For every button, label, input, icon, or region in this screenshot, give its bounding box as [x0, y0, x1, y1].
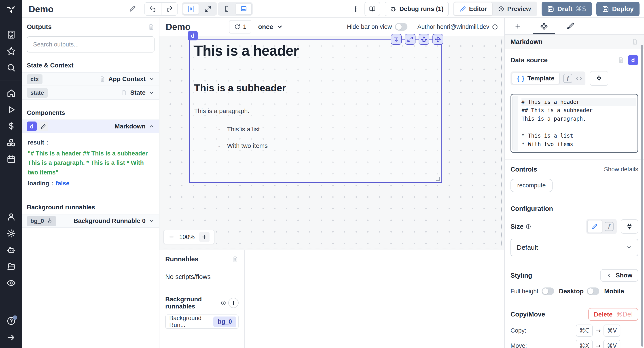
tab-styling[interactable] — [557, 18, 583, 34]
sidebar-expand-button[interactable] — [6, 333, 16, 342]
sidebar-item-users[interactable] — [6, 212, 16, 222]
tab-editor[interactable]: Editor — [454, 2, 492, 15]
sidebar-item-favorites[interactable] — [6, 46, 16, 56]
redo-button[interactable] — [161, 3, 177, 15]
function-mode-button[interactable]: f — [563, 74, 572, 83]
runnables-log-icon[interactable] — [232, 256, 238, 263]
size-function-mode-button[interactable]: f — [605, 222, 614, 231]
author-info-icon[interactable] — [492, 24, 498, 30]
nav-sidebar — [0, 18, 22, 348]
search-outputs-input[interactable] — [33, 41, 148, 48]
template-code-editor[interactable]: # This is a header ## This is a subheade… — [510, 94, 638, 153]
template-mode-button[interactable]: { } Template — [512, 73, 560, 84]
windmill-logo[interactable] — [0, 0, 22, 18]
tab-insert-component[interactable] — [505, 18, 531, 34]
device-toggle-group — [218, 2, 253, 16]
refresh-mode-chevron-icon[interactable] — [276, 23, 283, 30]
chevron-down-icon[interactable] — [149, 90, 154, 96]
draft-button[interactable]: Draft ⌘S — [542, 2, 592, 16]
hide-bar-toggle[interactable] — [395, 23, 408, 31]
minus-icon — [168, 234, 175, 240]
mobile-view-button[interactable] — [219, 3, 235, 15]
sidebar-item-audit[interactable] — [6, 278, 16, 288]
bg0-row[interactable]: bg_0 Background Runnable 0 — [22, 214, 159, 228]
recompute-button[interactable]: recompute — [510, 179, 552, 192]
sidebar-item-variables[interactable] — [6, 122, 16, 131]
refresh-mode-label[interactable]: once — [258, 23, 273, 31]
undo-button[interactable] — [145, 3, 161, 15]
sidebar-item-home[interactable] — [6, 88, 16, 98]
sidebar-item-resources[interactable] — [6, 138, 16, 148]
sidebar-item-runs[interactable] — [6, 105, 16, 114]
sidebar-item-search[interactable] — [6, 63, 16, 72]
code-line[interactable]: This is a paragraph. — [522, 115, 636, 123]
markdown-component[interactable]: d This is a header This is a subheader T… — [189, 39, 442, 183]
code-line[interactable] — [522, 123, 636, 132]
app-canvas[interactable]: d This is a header This is a subheader T… — [160, 36, 504, 250]
code-line[interactable]: ## This is a subheader — [522, 106, 636, 115]
component-d-row[interactable]: d Markdown — [22, 120, 159, 133]
deploy-label: Deploy — [612, 5, 634, 13]
ctx-log-icon[interactable] — [99, 76, 105, 82]
inspector-body: Data source d { } Template f — [505, 49, 644, 348]
desktop-view-button[interactable] — [236, 3, 252, 15]
sidebar-item-workers[interactable] — [6, 245, 16, 255]
state-row[interactable]: state State — [22, 86, 159, 100]
component-tag-badge[interactable]: d — [188, 31, 198, 40]
deploy-button[interactable]: Deploy — [596, 2, 640, 16]
component-log-icon[interactable] — [632, 38, 638, 45]
sidebar-item-workspace[interactable] — [6, 30, 16, 39]
size-mode-toggle: f — [586, 219, 617, 234]
centered-layout-button[interactable] — [183, 3, 199, 15]
expand-layout-button[interactable] — [200, 3, 216, 15]
sidebar-item-schedules[interactable] — [6, 155, 16, 164]
code-line[interactable]: * This is a list — [522, 132, 636, 140]
connect-data-button[interactable] — [590, 71, 608, 86]
resize-handle[interactable] — [436, 177, 440, 181]
result-value[interactable]: "# This is a header ## This is a subhead… — [28, 149, 154, 177]
anchor-button[interactable] — [418, 34, 429, 45]
size-select[interactable]: Default — [510, 239, 638, 256]
chevron-down-icon[interactable] — [149, 76, 154, 82]
outputs-log-icon[interactable] — [148, 24, 154, 30]
move-button[interactable] — [432, 34, 443, 45]
ctx-row[interactable]: ctx App Context — [22, 72, 159, 86]
fullscreen-button[interactable] — [405, 34, 416, 45]
sidebar-item-help[interactable] — [6, 316, 16, 326]
expand-down-button[interactable] — [391, 34, 402, 45]
tab-preview[interactable]: Preview — [492, 2, 536, 15]
loading-value[interactable]: false — [56, 180, 70, 187]
code-line[interactable]: * With two items — [522, 140, 636, 149]
data-source-component-badge[interactable]: d — [628, 55, 638, 65]
show-details-link[interactable]: Show details — [604, 166, 638, 173]
inspector-scrollbar[interactable] — [641, 45, 643, 347]
edit-title-icon[interactable] — [129, 5, 136, 12]
delete-component-button[interactable]: Delete ⌘Del — [588, 308, 638, 321]
zoom-in-button[interactable] — [199, 232, 210, 242]
state-log-icon[interactable] — [121, 90, 127, 96]
full-height-toggle[interactable] — [542, 288, 554, 295]
code-line[interactable]: # This is a header — [522, 98, 636, 106]
editor-preview-toggle: Editor Preview — [453, 1, 537, 16]
bg-runnable-item[interactable]: Background Run... bg_0 — [165, 315, 238, 329]
styling-show-button[interactable]: Show — [600, 269, 638, 282]
desktop-toggle[interactable] — [587, 288, 599, 295]
data-source-log-icon[interactable] — [618, 57, 624, 63]
chevron-down-icon[interactable] — [149, 218, 154, 224]
tab-component-settings[interactable] — [531, 18, 557, 34]
sidebar-item-settings[interactable] — [6, 229, 16, 238]
size-static-mode-button[interactable] — [587, 220, 602, 233]
add-bg-runnable-button[interactable] — [228, 298, 238, 308]
code-mode-button[interactable] — [576, 75, 582, 82]
chevron-up-icon[interactable] — [149, 124, 154, 129]
sidebar-item-folders[interactable] — [6, 262, 16, 271]
more-menu-icon[interactable] — [352, 5, 359, 12]
debug-runs-button[interactable]: Debug runs (1) — [384, 2, 449, 16]
size-connect-button[interactable] — [621, 219, 638, 234]
rename-component-icon[interactable] — [38, 122, 48, 131]
refresh-count-button[interactable]: 1 — [229, 20, 251, 33]
size-info-icon[interactable] — [526, 224, 531, 229]
bg-runnables-info-icon[interactable] — [221, 300, 226, 306]
docs-button[interactable] — [364, 2, 380, 16]
zoom-out-button[interactable] — [168, 234, 175, 240]
